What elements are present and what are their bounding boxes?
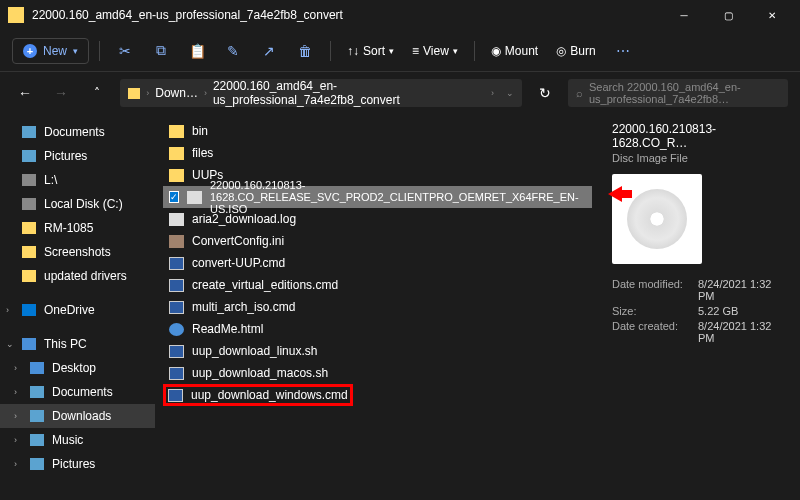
file-row[interactable]: ConvertConfig.ini (163, 230, 592, 252)
details-filetype: Disc Image File (612, 152, 788, 164)
cmd-icon (169, 301, 184, 314)
chevron-right-icon[interactable]: › (14, 387, 17, 397)
chevron-right-icon[interactable]: › (14, 435, 17, 445)
chevron-down-icon: ▾ (73, 46, 78, 56)
maximize-button[interactable]: ▢ (708, 1, 748, 29)
chevron-right-icon[interactable]: › (14, 459, 17, 469)
sidebar-item-pictures[interactable]: Pictures (0, 144, 155, 168)
plus-icon: + (23, 44, 37, 58)
view-button[interactable]: ≡ View ▾ (406, 44, 464, 58)
cmd-icon (168, 389, 183, 402)
sidebar-item-downloads[interactable]: ›Downloads (0, 404, 155, 428)
chevron-right-icon[interactable]: › (14, 363, 17, 373)
new-label: New (43, 44, 67, 58)
sh-icon (169, 345, 184, 358)
sort-button[interactable]: ↑↓ Sort ▾ (341, 44, 400, 58)
meta-value: 5.22 GB (698, 305, 788, 317)
file-row[interactable]: uup_download_linux.sh (163, 340, 592, 362)
search-icon: ⌕ (576, 87, 583, 99)
sidebar-item-desktop[interactable]: ›Desktop (0, 356, 155, 380)
folder-row[interactable]: bin (163, 120, 592, 142)
cmd-icon (169, 257, 184, 270)
chevron-icon: › (491, 88, 494, 98)
meta-value: 8/24/2021 1:32 PM (698, 278, 788, 302)
meta-label: Date modified: (612, 278, 692, 302)
refresh-button[interactable]: ↻ (532, 85, 558, 101)
mount-button[interactable]: ◉ Mount (485, 44, 544, 58)
forward-button[interactable]: → (48, 80, 74, 106)
minimize-button[interactable]: ─ (664, 1, 704, 29)
file-row[interactable]: create_virtual_editions.cmd (163, 274, 592, 296)
sidebar-item-local-disk[interactable]: Local Disk (C:) (0, 192, 155, 216)
chevron-right-icon[interactable]: › (6, 305, 9, 315)
share-icon[interactable]: ↗ (254, 36, 284, 66)
sidebar-item-rm1085[interactable]: RM-1085 (0, 216, 155, 240)
file-row-iso[interactable]: ✓ 22000.160.210813-1628.CO_RELEASE_SVC_P… (163, 186, 592, 208)
sidebar-item-onedrive[interactable]: ›OneDrive (0, 298, 155, 322)
chevron-down-icon[interactable]: ⌄ (6, 339, 14, 349)
sh-icon (169, 367, 184, 380)
file-row[interactable]: multi_arch_iso.cmd (163, 296, 592, 318)
nav-row: ← → ˄ › Down… › 22000.160_amd64_en-us_pr… (0, 72, 800, 114)
separator (99, 41, 100, 61)
search-input[interactable]: ⌕ Search 22000.160_amd64_en-us_professio… (568, 79, 788, 107)
delete-icon[interactable]: 🗑 (290, 36, 320, 66)
file-icon (169, 213, 184, 226)
folder-row[interactable]: files (163, 142, 592, 164)
chevron-right-icon[interactable]: › (14, 411, 17, 421)
file-row[interactable]: uup_download_macos.sh (163, 362, 592, 384)
folder-icon (169, 169, 184, 182)
file-row[interactable]: ReadMe.html (163, 318, 592, 340)
up-button[interactable]: ˄ (84, 80, 110, 106)
more-button[interactable]: ⋯ (608, 36, 638, 66)
toolbar: + New ▾ ✂ ⧉ 📋 ✎ ↗ 🗑 ↑↓ Sort ▾ ≡ View ▾ ◉… (0, 30, 800, 72)
folder-icon (8, 7, 24, 23)
iso-icon (187, 191, 202, 204)
annotation-arrow-icon (600, 184, 632, 204)
breadcrumb-seg[interactable]: 22000.160_amd64_en-us_professional_7a4e2… (213, 79, 485, 107)
file-row-highlighted[interactable]: uup_download_windows.cmd (163, 384, 353, 406)
cut-icon[interactable]: ✂ (110, 36, 140, 66)
meta-label: Date created: (612, 320, 692, 344)
paste-icon[interactable]: 📋 (182, 36, 212, 66)
html-icon (169, 323, 184, 336)
ini-icon (169, 235, 184, 248)
sidebar-item-this-pc[interactable]: ⌄This PC (0, 332, 155, 356)
details-filename: 22000.160.210813-1628.CO_R… (612, 122, 788, 150)
close-button[interactable]: ✕ (752, 1, 792, 29)
chevron-icon: › (146, 88, 149, 98)
copy-icon[interactable]: ⧉ (146, 36, 176, 66)
sidebar-item-documents2[interactable]: ›Documents (0, 380, 155, 404)
meta-label: Size: (612, 305, 692, 317)
file-row[interactable]: aria2_download.log (163, 208, 592, 230)
title-bar: 22000.160_amd64_en-us_professional_7a4e2… (0, 0, 800, 30)
sidebar: Documents Pictures L:\ Local Disk (C:) R… (0, 114, 155, 500)
window-title: 22000.160_amd64_en-us_professional_7a4e2… (32, 8, 664, 22)
address-bar[interactable]: › Down… › 22000.160_amd64_en-us_professi… (120, 79, 522, 107)
folder-icon (128, 88, 140, 99)
sidebar-item-music[interactable]: ›Music (0, 428, 155, 452)
sidebar-item-pictures2[interactable]: ›Pictures (0, 452, 155, 476)
disc-icon (627, 189, 687, 249)
details-pane: 22000.160.210813-1628.CO_R… Disc Image F… (600, 114, 800, 500)
folder-icon (169, 125, 184, 138)
meta-value: 8/24/2021 1:32 PM (698, 320, 788, 344)
rename-icon[interactable]: ✎ (218, 36, 248, 66)
sidebar-item-screenshots[interactable]: Screenshots (0, 240, 155, 264)
separator (474, 41, 475, 61)
search-placeholder: Search 22000.160_amd64_en-us_professiona… (589, 81, 780, 105)
burn-button[interactable]: ◎ Burn (550, 44, 601, 58)
separator (330, 41, 331, 61)
sidebar-item-documents[interactable]: Documents (0, 120, 155, 144)
chevron-down-icon[interactable]: ⌄ (506, 88, 514, 98)
sidebar-item-updated-drivers[interactable]: updated drivers (0, 264, 155, 288)
folder-icon (169, 147, 184, 160)
sidebar-item-drive-l[interactable]: L:\ (0, 168, 155, 192)
new-button[interactable]: + New ▾ (12, 38, 89, 64)
file-row[interactable]: convert-UUP.cmd (163, 252, 592, 274)
file-list: bin files UUPs ✓ 22000.160.210813-1628.C… (155, 114, 600, 500)
breadcrumb-seg[interactable]: Down… (155, 86, 198, 100)
checkbox-icon[interactable]: ✓ (169, 191, 179, 203)
back-button[interactable]: ← (12, 80, 38, 106)
cmd-icon (169, 279, 184, 292)
